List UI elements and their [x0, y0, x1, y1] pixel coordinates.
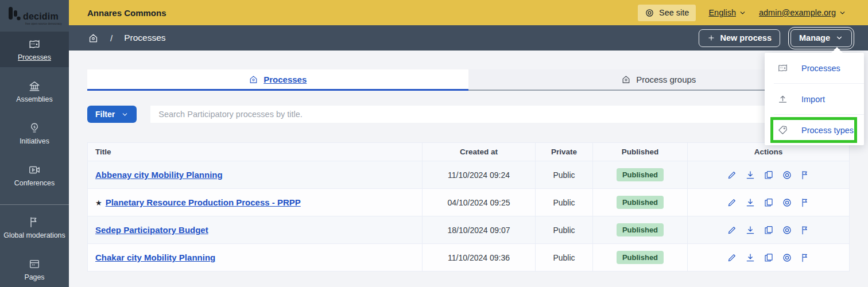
status-badge: Published [617, 196, 664, 209]
breadcrumb-bar-actions: New process Manage [699, 29, 852, 47]
tab-bar: Processes Process groups [87, 69, 849, 91]
breadcrumb-current-page: Processes [124, 33, 165, 43]
process-title-link[interactable]: Chakar city Mobility Planning [95, 253, 215, 262]
eye-icon [782, 170, 792, 180]
sidebar-item-label: Conferences [14, 179, 55, 187]
edit-button[interactable] [727, 197, 737, 208]
table-header-row: Title Created at Private Published Actio… [88, 143, 850, 161]
menu-item-label: Import [801, 95, 825, 104]
sidebar-item-global-moderations[interactable]: Global moderations [0, 210, 69, 245]
flag-icon [800, 253, 811, 263]
copy-icon [764, 225, 774, 235]
created-at-cell: 11/10/2024 09:24 [423, 161, 536, 189]
search-input[interactable] [150, 106, 849, 123]
decidim-logo-icon [8, 7, 21, 22]
see-site-label: See site [659, 8, 689, 17]
pencil-icon [727, 253, 737, 263]
moderations-button[interactable] [800, 253, 811, 263]
moderations-button[interactable] [800, 170, 811, 180]
eye-icon [782, 253, 792, 263]
preview-button[interactable] [782, 197, 792, 208]
duplicate-button[interactable] [764, 170, 774, 180]
lightbulb-icon [28, 122, 41, 134]
sidebar-item-initiatives[interactable]: Initiatives [0, 115, 69, 151]
sidebar-item-label: Assemblies [16, 95, 52, 103]
breadcrumb-bar: / Processes New process Manage [69, 25, 868, 51]
duplicate-button[interactable] [764, 197, 774, 208]
private-cell: Public [536, 216, 593, 244]
status-badge: Published [617, 223, 664, 236]
copy-icon [764, 253, 774, 263]
column-header-title: Title [88, 143, 423, 161]
export-button[interactable] [745, 253, 755, 263]
language-selector[interactable]: English [708, 8, 746, 17]
edit-button[interactable] [727, 170, 737, 180]
pencil-icon [727, 225, 737, 235]
moderations-button[interactable] [800, 225, 811, 235]
process-title-link[interactable]: Sedep Participatory Budget [95, 225, 208, 235]
table-row: Abbenay city Mobility Planning 11/10/202… [88, 161, 850, 189]
download-icon [745, 225, 755, 235]
filter-button[interactable]: Filter [87, 106, 137, 123]
created-at-cell: 18/10/2024 09:07 [423, 216, 536, 244]
table-row: Chakar city Mobility Planning 11/10/2024… [88, 244, 850, 272]
menu-item-label: Process types [801, 126, 854, 135]
created-at-cell: 04/10/2024 09:25 [423, 189, 536, 216]
duplicate-button[interactable] [764, 225, 774, 235]
duplicate-button[interactable] [764, 253, 774, 263]
sidebar-item-processes[interactable]: Processes [0, 32, 69, 67]
manage-button[interactable]: Manage [790, 29, 852, 47]
pencil-icon [727, 197, 737, 208]
account-menu[interactable]: admin@example.org [759, 8, 846, 17]
see-site-link[interactable]: See site [638, 5, 696, 21]
chevron-down-icon [839, 9, 846, 17]
edit-button[interactable] [727, 225, 737, 235]
export-button[interactable] [745, 170, 755, 180]
star-icon: ★ [95, 199, 102, 207]
map-icon [777, 63, 788, 73]
status-badge: Published [617, 251, 664, 264]
process-title-link[interactable]: Planetary Resource Production Process - … [106, 197, 301, 207]
column-header-published: Published [593, 143, 688, 161]
edit-button[interactable] [727, 253, 737, 263]
map-icon [28, 38, 41, 51]
preview-button[interactable] [782, 253, 792, 263]
tab-processes[interactable]: Processes [87, 69, 468, 91]
status-badge: Published [617, 168, 664, 181]
dropdown-caret [831, 47, 843, 53]
process-title-link[interactable]: Abbenay city Mobility Planning [95, 170, 223, 180]
moderations-button[interactable] [800, 197, 811, 208]
sidebar-item-conferences[interactable]: Conferences [0, 157, 69, 193]
flag-icon [800, 170, 811, 180]
export-button[interactable] [745, 225, 755, 235]
main-content: Processes Process groups Filter Title Cr… [69, 51, 868, 287]
tab-label: Process groups [636, 75, 696, 84]
video-icon [28, 164, 41, 176]
sidebar-item-pages[interactable]: Pages [0, 251, 69, 287]
sidebar-item-assemblies[interactable]: Assemblies [0, 73, 69, 109]
menu-item-import[interactable]: Import [765, 84, 864, 114]
export-button[interactable] [745, 197, 755, 208]
preview-button[interactable] [782, 170, 792, 180]
decidim-logo[interactable]: decidim free open-source democracy [0, 0, 69, 32]
processes-table: Title Created at Private Published Actio… [87, 142, 850, 272]
private-cell: Public [536, 189, 593, 216]
breadcrumb: / Processes [88, 33, 166, 44]
menu-item-processes[interactable]: Processes [765, 53, 864, 83]
private-cell: Public [536, 244, 593, 272]
sidebar-item-label: Initiatives [20, 137, 49, 145]
download-icon [745, 170, 755, 180]
flag-icon [28, 216, 41, 228]
download-icon [745, 253, 755, 263]
menu-item-process-types[interactable]: Process types [765, 115, 864, 145]
manage-label: Manage [799, 33, 830, 42]
table-row: ★Planetary Resource Production Process -… [88, 189, 850, 216]
window-icon [28, 258, 41, 270]
row-actions [688, 189, 849, 216]
eye-icon [645, 8, 654, 18]
copy-icon [764, 197, 774, 208]
preview-button[interactable] [782, 225, 792, 235]
new-process-button[interactable]: New process [699, 29, 780, 47]
pencil-icon [727, 170, 737, 180]
home-icon[interactable] [88, 33, 99, 44]
